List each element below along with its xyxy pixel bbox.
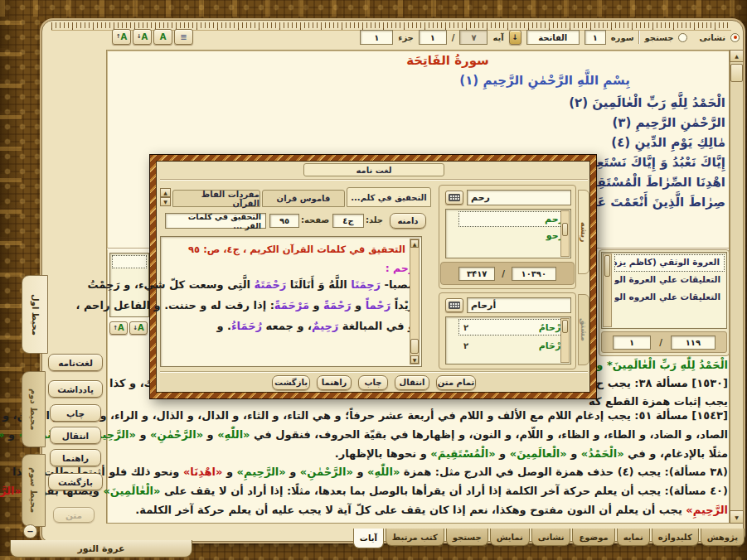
scrollbar-thumb[interactable] [410,339,419,354]
tab-keyword[interactable]: كليدواژه [652,529,699,546]
derived-item[interactable]: أَرْحَام ۲ [458,337,569,354]
page-input[interactable]: ٩٥ [269,214,299,228]
dictionary-text-area[interactable]: ▲ ▼ التحقيق في كلمات القرآن الكريم ، ج٤،… [160,236,422,367]
volume-label: جلد: [366,215,383,224]
dialog-button-bar: تمام متن انتقال چاپ راهنما بازگشت [160,372,588,392]
toolbar-separator [638,31,639,44]
scrollbar-thumb[interactable] [562,320,568,333]
root-counter: ۳۴۱۷ / ۱۰۳۹۰ [440,262,575,285]
scroll-down-button[interactable]: ▼ [730,510,744,524]
address-radio[interactable] [730,33,740,42]
text-button-disabled: متن [53,507,95,523]
sura-number-input[interactable]: ١ [585,30,606,45]
root-search-input[interactable]: رحم [467,190,571,205]
scrollbar-thumb[interactable] [604,255,610,277]
current-page-box[interactable]: ۱ [613,336,651,350]
tab-mufradat[interactable]: مفردات الفاظ القرآن [172,190,260,207]
tab-address[interactable]: نشانی [531,529,571,546]
transfer-button[interactable]: انتقال [50,427,101,444]
commentary-line: [١٥٤٣] مسألة ٥١: يجب إدغام اللام مع الأل… [109,409,728,422]
root-list-scrollbar[interactable] [560,210,570,257]
verse-2[interactable]: الْحَمْدُ لِلَّهِ رَبِّ الْعٰالَمِينَ (٢… [232,93,725,113]
derived-list-scrollbar[interactable] [560,318,570,363]
tab-verses-active[interactable]: آيات [353,529,384,548]
tab-index[interactable]: نمايه [617,529,650,546]
book-item-selected[interactable]: العروة الوثقي (كاظم يزدي) [614,254,725,272]
root-list: رحم رحو [445,209,571,258]
pane-font-decrease-button[interactable]: A↓ [129,321,148,335]
font-decrease-button[interactable]: A↓ [133,29,152,45]
tab-related-books[interactable]: كتب مرتبط [386,529,444,546]
font-increase-icon: A [118,324,124,332]
derived-search-input[interactable]: أرحام [467,297,571,313]
help-button[interactable]: راهنما [50,449,101,466]
root-vertical-tab[interactable]: ريشه [578,190,589,274]
view-lines-button[interactable]: ≡ [174,29,193,45]
tab-subject[interactable]: موضوع [572,529,614,546]
root-item[interactable]: رحو [458,229,569,244]
book-item[interactable]: التعليقات علي العروة الوثقي [614,273,725,290]
spinner-down-button[interactable]: ▼ [160,197,171,206]
entry-word: رحم : [179,262,415,274]
title-divider [160,179,588,180]
address-radio-label: نشانی [699,33,725,42]
book-list-scrollbar[interactable] [603,253,612,327]
sura-name-input[interactable]: الفاتحة [526,30,580,45]
virtual-keyboard-button[interactable] [445,191,463,205]
tab-research[interactable]: پژوهش [701,529,745,546]
dictionary-scrollbar[interactable]: ▲ ▼ [410,239,420,364]
search-radio[interactable] [678,33,687,42]
juz-number-input[interactable]: ١ [360,30,393,45]
print-button[interactable]: چاپ [50,404,101,422]
spinner-up-button[interactable]: ▲ [160,188,171,197]
commentary-line: (٣٨ مسألة): يجب (٤) حذف همزة الوصل في ال… [109,466,728,478]
book-list: العروة الوثقي (كاظم يزدي) التعليقات علي … [601,252,727,329]
book-item[interactable]: التعليقات علي العروه الوثقي [614,290,725,307]
font-increase-button[interactable]: A↑ [112,29,131,45]
back-button[interactable]: بازگشت [48,473,103,490]
virtual-keyboard-button[interactable] [445,298,463,312]
tab-display[interactable]: نمايش [490,529,530,546]
print-button[interactable]: چاپ [358,375,388,390]
derived-vertical-tab[interactable]: مشتق [578,294,589,365]
note-button[interactable]: يادداشت [48,380,103,398]
scroll-up-button[interactable]: ▲ [730,50,744,62]
sura-dropdown-button[interactable]: ↓ [509,30,521,45]
scroll-up-button[interactable]: ▲ [410,239,419,248]
bottom-tab-bar: پژوهش كليدواژه نمايه موضوع نشانی نمايش ج… [363,529,745,550]
root-item-selected[interactable]: رحم [458,211,569,227]
env-tab-1[interactable]: محيط اول [22,275,48,354]
total-pages-box: ۱۱۹ [671,336,715,350]
derived-item-selected[interactable]: أَرْحامٌ ۲ [458,319,569,336]
dictionary-button[interactable]: لغت‌نامه [48,354,103,371]
full-text-button[interactable]: تمام متن [436,375,476,390]
aya-number-input[interactable]: ١ [419,30,447,45]
source-combo[interactable]: التحقيق في كلمات القر ... [165,213,266,229]
env-tab-3[interactable]: محيط سوم [22,454,46,527]
tab-search[interactable]: جستجو [446,529,488,546]
back-button[interactable]: بازگشت [272,375,310,390]
pane-font-increase-button[interactable]: A↑ [109,321,128,335]
transfer-button[interactable]: انتقال [395,375,429,390]
tab-scroll-spinner: ▲ ▼ [160,188,171,206]
vertical-scrollbar[interactable] [730,50,744,524]
app-corner-tab[interactable]: عروة النور [10,540,192,558]
application: A↑ A↓ A ≡ نشانی جستجو سوره ١ الفاتحة ↓ آ… [0,0,747,560]
bismillah-line: بِسْمِ اللَّهِ الرَّحْمٰنِ الرَّحِيمِ (١… [249,73,630,88]
verse-4[interactable]: مٰالِكِ يَوْمِ الدِّينِ (٤) [232,133,725,152]
minimize-button[interactable]: − [23,524,37,538]
verse-3[interactable]: الرَّحْمٰنِ الرَّحِيمِ (٣) [232,113,725,133]
help-button[interactable]: راهنما [317,375,352,390]
volume-input[interactable]: ج٤ [332,214,364,228]
scrollbar-thumb[interactable] [562,223,568,236]
tab-qamus[interactable]: قاموس قران [262,190,345,207]
selected-empty-row[interactable] [112,255,147,268]
tab-tahqiq-active[interactable]: التحقيق في كلم... [347,187,431,207]
scroll-down-button[interactable]: ▼ [410,355,419,364]
font-icon: A [160,33,167,41]
scroll-down-icon: ▼ [735,514,739,520]
scope-button[interactable]: دامنه [390,213,426,229]
scrollbar-thumb[interactable] [730,64,743,82]
env-tab-2[interactable]: محيط دوم [22,371,46,447]
font-default-button[interactable]: A [153,29,172,45]
